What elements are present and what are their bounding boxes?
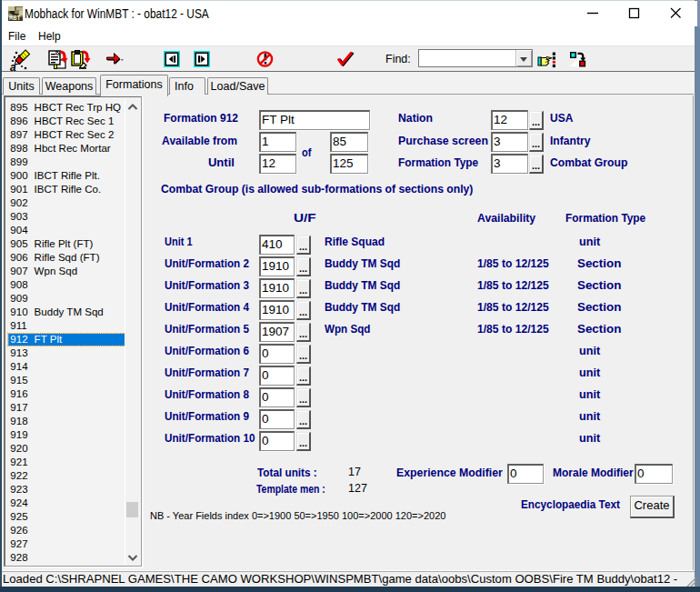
svg-text:MBT: MBT: [9, 15, 21, 21]
